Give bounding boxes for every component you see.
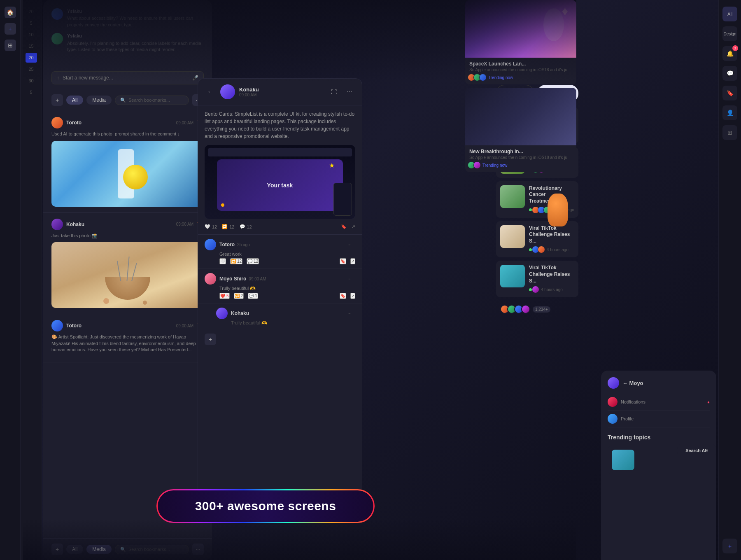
add-reply-button[interactable]: + [205, 334, 216, 345]
message-content: Ysfaku Absolutely. I'm planning to add c… [67, 33, 204, 53]
notif-text: Notifications [621, 399, 704, 404]
comment-more-button[interactable]: ··· [344, 308, 355, 319]
tab-all[interactable]: All [66, 96, 83, 105]
add-button[interactable]: + [51, 544, 63, 555]
left-feed-panel: Ysfaku What about accessibility? We need… [43, 0, 212, 560]
message-text: What about accessibility? We need to ens… [67, 15, 204, 28]
app-preview: Your task ★ [205, 145, 355, 219]
mic-icon: 🎤 [192, 75, 198, 81]
reply-comment-button[interactable]: 💬 12 [247, 258, 259, 264]
share-comment-2-button[interactable]: ↗ [350, 293, 355, 299]
comment-time: 09:00 AM [249, 277, 266, 281]
comment-item: Kohaku ··· Trully beautiful 🫶 [198, 303, 362, 330]
comment-text: Great work [219, 252, 355, 257]
avatar [51, 8, 63, 20]
cal-day[interactable]: 5 [26, 87, 37, 97]
home-icon[interactable]: 🏠 [5, 7, 16, 18]
search-bookmarks[interactable]: 🔍 Search bookmarks... [115, 96, 189, 105]
avatar [521, 305, 530, 314]
reply-comment-button[interactable]: 💬 1 [248, 293, 258, 299]
upload-icon: ↑ [57, 75, 59, 81]
tab-media[interactable]: Media [86, 96, 112, 105]
more-options-bottom[interactable]: ··· [192, 544, 204, 555]
repost-comment-button[interactable]: 🔁 2 [234, 293, 244, 299]
repost-count: 2 [241, 294, 243, 298]
comment-button[interactable]: 💬 12 [240, 224, 252, 229]
repost-icon: 🔁 [222, 224, 228, 229]
avatar [608, 377, 619, 389]
app-preview-content: Your task ★ [205, 145, 355, 219]
cal-day[interactable]: 10 [26, 30, 37, 40]
post-author-name: Kohaku [239, 86, 324, 93]
like-comment-button[interactable]: ❤️ 5 [219, 293, 230, 299]
feed-item-header: Kohaku 09:00 AM 🔖 [51, 219, 204, 230]
post-actions: 🤍 12 🔁 12 💬 12 🔖 ↗ [198, 219, 362, 235]
notif-text: Profile [621, 416, 710, 421]
add-new-button[interactable]: + [722, 539, 737, 553]
comment-icon: 💬 [240, 224, 245, 229]
tab-all-bottom[interactable]: All [66, 545, 83, 554]
expand-button[interactable]: ⛶ [328, 86, 340, 98]
cal-day[interactable]: 25 [26, 64, 37, 74]
center-panel: ← Kohaku 09:00 AM ⛶ ··· Bento Cards: Sim… [198, 78, 362, 515]
comment-actions: 🤍 🔁 12 💬 12 🔖 ↗ [219, 258, 355, 264]
bookmarks-button[interactable]: 🔖 [722, 86, 737, 100]
like-button[interactable]: 🤍 12 [205, 224, 217, 229]
like-comment-button[interactable]: 🤍 [219, 258, 226, 264]
comment-body: Kohaku ··· Trully beautiful 🫶 [231, 308, 355, 326]
add-bookmark-button[interactable]: + [51, 94, 63, 106]
search-input-bottom[interactable]: 🔍 Search bookmarks... [115, 545, 189, 554]
feed-author: Toroto [66, 120, 173, 126]
profile-button[interactable]: 👤 [722, 105, 737, 120]
add-reply-area: + [198, 330, 362, 348]
notification-panel: ← Moyo Notifications ● Profile Trending … [601, 371, 716, 560]
bookmark-comment-button[interactable]: 🔖 [340, 258, 346, 264]
comment-item: Totoro 2h ago ··· Great work 🤍 🔁 12 💬 12… [198, 235, 362, 269]
repost-comment-button[interactable]: 🔁 12 [230, 258, 242, 264]
commenter-avatar [205, 239, 216, 250]
notification-user: ← Moyo [622, 380, 643, 386]
grid-settings-button[interactable]: ⊞ [722, 125, 737, 140]
tab-media-bottom[interactable]: Media [86, 545, 112, 554]
search-icon: 🔍 [120, 547, 126, 552]
search-placeholder-text: Search bookmarks... [128, 547, 170, 552]
design-tab-button[interactable]: Design [722, 26, 737, 41]
feed-item-header: Totoro 09:00 AM 🔖 [51, 320, 204, 331]
bookmark-comment-2-button[interactable]: 🔖 [340, 293, 346, 299]
avatar [538, 246, 545, 253]
messages-button[interactable]: 💬 [722, 66, 737, 81]
chat-area: Ysfaku What about accessibility? We need… [43, 0, 212, 66]
feed-item: Kohaku 09:00 AM 🔖 Just take this photo 📸 [43, 213, 212, 314]
cal-day[interactable]: 5 [26, 18, 37, 28]
cal-day[interactable]: 30 [26, 76, 37, 86]
right-icon-bar: All Design 🔔 2 💬 🔖 👤 ⊞ + [718, 0, 741, 560]
cal-day[interactable]: 20 [26, 7, 37, 16]
message-content: Ysfaku What about accessibility? We need… [67, 8, 204, 28]
message-input[interactable] [63, 75, 189, 81]
comment-more-button[interactable]: ··· [344, 239, 355, 250]
post-author-info: Kohaku 09:00 AM [239, 86, 324, 97]
feed-time: 09:00 AM [176, 324, 193, 328]
cal-day-today[interactable]: 20 [26, 53, 37, 63]
bookmark-action-button[interactable]: 🔖 [341, 224, 347, 229]
share-button[interactable]: ↗ [352, 224, 355, 229]
nav-icon-1[interactable]: ⊞ [5, 40, 16, 51]
feed-author: Totoro [66, 323, 173, 329]
plus-icon[interactable]: + [5, 23, 16, 35]
comment-header: Kohaku ··· [231, 308, 355, 319]
comment-more-button[interactable]: ··· [344, 273, 355, 285]
reply-count: 1 [255, 294, 257, 298]
repost-button[interactable]: 🔁 12 [222, 224, 234, 229]
comment-actions: ❤️ 5 🔁 2 💬 1 🔖 ↗ [219, 293, 355, 299]
back-button[interactable]: ← [205, 86, 216, 98]
more-options-post[interactable]: ··· [344, 86, 355, 98]
message-input-area[interactable]: ↑ 🎤 [51, 71, 204, 84]
all-tab-button[interactable]: All [722, 7, 737, 21]
left-icon-bar: 🏠 + ⊞ [0, 0, 21, 560]
right-card-spacex: ♦ SpaceX Launches Lan... So Apple announ… [465, 0, 576, 84]
trending-thumb [612, 450, 634, 470]
cal-day[interactable]: 15 [26, 41, 37, 51]
avatar [51, 117, 63, 128]
share-comment-button[interactable]: ↗ [350, 258, 355, 264]
card-image-spacex: ♦ [465, 0, 576, 58]
